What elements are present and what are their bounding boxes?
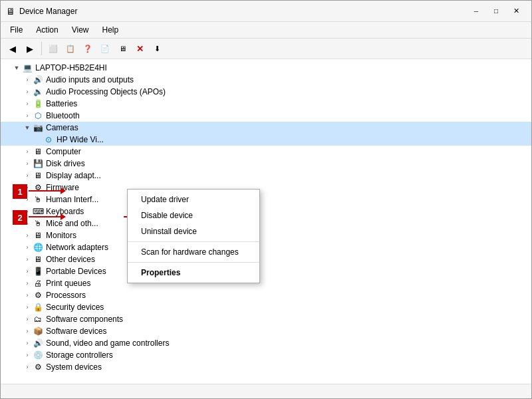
content-area: ▼ 💻 LAPTOP-H5B2E4HI › 🔊 Audio inputs and…: [1, 59, 531, 384]
disk-icon: 💾: [33, 158, 43, 169]
tree-node-network[interactable]: › 🌐 Network adapters: [1, 241, 531, 253]
print-label: Print queues: [46, 279, 90, 288]
tree-node-cameras[interactable]: ▼ 📷 Cameras: [1, 122, 531, 134]
tree-node-batteries[interactable]: › 🔋 Batteries: [1, 98, 531, 110]
sw-devices-expand[interactable]: ›: [22, 326, 33, 336]
root-label: LAPTOP-H5B2E4HI: [35, 63, 107, 72]
scan-changes-button[interactable]: 📄: [97, 41, 113, 57]
tree-node-apo[interactable]: › 🔉 Audio Processing Objects (APOs): [1, 86, 531, 98]
tree-node-bluetooth[interactable]: › ⬡ Bluetooth: [1, 110, 531, 122]
sound-expand[interactable]: ›: [22, 338, 33, 348]
security-expand[interactable]: ›: [22, 302, 33, 313]
tree-node-sw-components[interactable]: › 🗂 Software components: [1, 313, 531, 325]
tree-node-keyboards[interactable]: › ⌨ Keyboards: [1, 205, 531, 217]
tree-node-hp-camera[interactable]: ⊙ HP Wide Vi...: [1, 134, 531, 146]
bluetooth-label: Bluetooth: [46, 111, 80, 120]
tree-node-other[interactable]: › 🖥 Other devices: [1, 253, 531, 265]
portable-expand[interactable]: ›: [22, 266, 33, 277]
batteries-expand[interactable]: ›: [22, 98, 33, 109]
sound-label: Sound, video and game controllers: [46, 338, 169, 348]
ctx-scan-hardware[interactable]: Scan for hardware changes: [128, 244, 259, 260]
tree-node-sw-devices[interactable]: › 📦 Software devices: [1, 325, 531, 337]
tree-node-hid[interactable]: › 🖱 Human Interf...: [1, 194, 531, 205]
properties-button[interactable]: ⬜: [45, 41, 61, 57]
processors-label: Processors: [46, 291, 86, 300]
view-button[interactable]: 🖥: [114, 41, 130, 57]
device-tree[interactable]: ▼ 💻 LAPTOP-H5B2E4HI › 🔊 Audio inputs and…: [1, 59, 531, 384]
download-button[interactable]: ⬇: [149, 41, 165, 57]
tree-node-disk[interactable]: › 💾 Disk drives: [1, 158, 531, 170]
minimize-button[interactable]: [466, 5, 486, 18]
tree-node-audio[interactable]: › 🔊 Audio inputs and outputs: [1, 74, 531, 86]
back-button[interactable]: ◀: [5, 41, 21, 57]
cameras-icon: 📷: [33, 122, 43, 133]
tree-node-computer[interactable]: › 🖥 Computer: [1, 146, 531, 158]
window-icon: 🖥: [6, 6, 15, 17]
title-bar: 🖥 Device Manager □ ✕: [1, 1, 531, 22]
sw-devices-icon: 📦: [33, 326, 43, 336]
ctx-uninstall-device[interactable]: Uninstall device: [128, 223, 259, 239]
forward-button[interactable]: ▶: [22, 41, 38, 57]
processors-icon: ⚙: [33, 290, 43, 301]
sw-devices-label: Software devices: [46, 327, 106, 336]
menu-help[interactable]: Help: [97, 23, 124, 37]
sw-components-icon: 🗂: [33, 314, 43, 325]
arrow-2: [29, 216, 65, 217]
hp-camera-icon: ⊙: [43, 134, 54, 145]
portable-icon: 📱: [33, 266, 43, 277]
network-icon: 🌐: [33, 242, 43, 253]
storage-icon: 💿: [33, 350, 43, 360]
root-expand-icon[interactable]: ▼: [11, 63, 22, 73]
annotation-2: 2: [13, 210, 27, 225]
system-icon: ⚙: [33, 362, 43, 372]
menu-view[interactable]: View: [66, 23, 94, 37]
apo-icon: 🔉: [33, 86, 43, 97]
tree-node-print[interactable]: › 🖨 Print queues: [1, 277, 531, 289]
tree-node-firmware[interactable]: › ⚙ Firmware: [1, 182, 531, 194]
tree-node-mice[interactable]: › 🖱 Mice and oth...: [1, 217, 531, 229]
disk-expand[interactable]: ›: [22, 158, 33, 169]
uninstall-button[interactable]: ✕: [132, 41, 148, 57]
print-icon: 🖨: [33, 278, 43, 289]
tree-node-portable[interactable]: › 📱 Portable Devices: [1, 265, 531, 277]
maximize-button[interactable]: □: [486, 5, 506, 18]
ctx-properties[interactable]: Properties: [128, 265, 259, 281]
display-expand[interactable]: ›: [22, 170, 33, 181]
ctx-update-driver[interactable]: Update driver: [128, 192, 259, 207]
system-label: System devices: [46, 362, 102, 372]
cameras-expand[interactable]: ▼: [22, 122, 33, 133]
storage-expand[interactable]: ›: [22, 350, 33, 360]
menu-file[interactable]: File: [5, 23, 28, 37]
tree-node-security[interactable]: › 🔒 Security devices: [1, 301, 531, 313]
tree-node-storage[interactable]: › 💿 Storage controllers: [1, 349, 531, 361]
ctx-disable-device[interactable]: Disable device: [128, 207, 259, 223]
batteries-icon: 🔋: [33, 98, 43, 109]
sw-components-expand[interactable]: ›: [22, 314, 33, 325]
security-icon: 🔒: [33, 302, 43, 313]
bluetooth-expand[interactable]: ›: [22, 110, 33, 121]
apo-expand[interactable]: ›: [22, 86, 33, 97]
apo-label: Audio Processing Objects (APOs): [46, 87, 166, 96]
audio-expand[interactable]: ›: [22, 74, 33, 85]
print-expand[interactable]: ›: [22, 278, 33, 289]
tree-node-display[interactable]: › 🖥 Display adapt...: [1, 170, 531, 182]
menu-action[interactable]: Action: [31, 23, 63, 37]
mice-icon: 🖱: [33, 218, 43, 229]
tree-node-monitors[interactable]: › 🖥 Monitors: [1, 229, 531, 241]
root-icon: 💻: [22, 63, 33, 73]
other-expand[interactable]: ›: [22, 254, 33, 265]
monitors-expand[interactable]: ›: [22, 230, 33, 241]
computer-expand[interactable]: ›: [22, 146, 33, 157]
processors-expand[interactable]: ›: [22, 290, 33, 301]
close-button[interactable]: ✕: [506, 5, 526, 18]
toolbar-separator-1: [41, 42, 42, 55]
help-button[interactable]: ❓: [80, 41, 96, 57]
tree-node-root[interactable]: ▼ 💻 LAPTOP-H5B2E4HI: [1, 62, 531, 74]
system-expand[interactable]: ›: [22, 362, 33, 372]
tree-node-system[interactable]: › ⚙ System devices: [1, 361, 531, 373]
network-expand[interactable]: ›: [22, 242, 33, 253]
tree-node-processors[interactable]: › ⚙ Processors: [1, 289, 531, 301]
tree-node-sound[interactable]: › 🔊 Sound, video and game controllers: [1, 337, 531, 349]
update-driver-button[interactable]: 📋: [63, 41, 78, 57]
hid-label: Human Interf...: [46, 195, 98, 204]
